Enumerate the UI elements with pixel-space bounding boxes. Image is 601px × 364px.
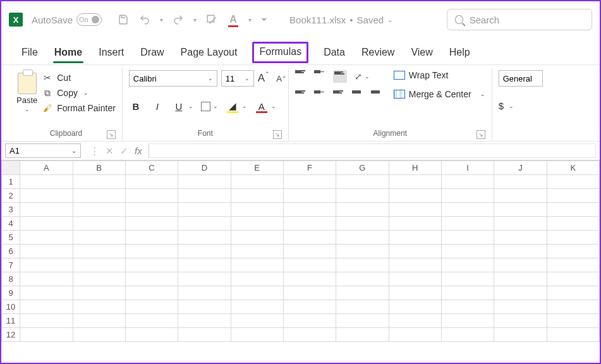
cell[interactable] bbox=[441, 314, 494, 328]
undo-icon[interactable] bbox=[138, 13, 151, 26]
redo-icon[interactable] bbox=[172, 13, 185, 26]
cell[interactable] bbox=[494, 286, 547, 300]
cell[interactable] bbox=[125, 175, 178, 189]
cut-button[interactable]: ✂Cut bbox=[42, 73, 116, 83]
cell[interactable] bbox=[547, 203, 599, 217]
cell[interactable] bbox=[336, 231, 389, 245]
decrease-indent-icon[interactable] bbox=[352, 90, 366, 103]
font-size-combo[interactable]: 11⌄ bbox=[221, 70, 254, 87]
align-right-icon[interactable] bbox=[333, 90, 347, 103]
cell[interactable] bbox=[283, 300, 336, 314]
cell[interactable] bbox=[283, 314, 336, 328]
cell[interactable] bbox=[20, 203, 73, 217]
cell[interactable] bbox=[389, 286, 441, 300]
cell[interactable] bbox=[231, 189, 283, 203]
row-header[interactable]: 2 bbox=[2, 189, 20, 203]
font-color-qat-dropdown-icon[interactable]: ▾ bbox=[248, 16, 252, 23]
tab-review[interactable]: Review bbox=[360, 43, 396, 63]
column-header[interactable]: I bbox=[441, 161, 494, 175]
autosave-toggle[interactable]: AutoSave On bbox=[32, 13, 102, 26]
cell[interactable] bbox=[73, 217, 125, 231]
column-header[interactable]: B bbox=[73, 161, 125, 175]
cell[interactable] bbox=[494, 328, 547, 342]
row-header[interactable]: 7 bbox=[2, 258, 20, 272]
cell[interactable] bbox=[73, 300, 125, 314]
cell[interactable] bbox=[20, 314, 73, 328]
chevron-down-icon[interactable]: ⌄ bbox=[509, 103, 514, 109]
cell[interactable] bbox=[178, 189, 231, 203]
cell[interactable] bbox=[20, 217, 73, 231]
column-header[interactable]: F bbox=[283, 161, 336, 175]
cell[interactable] bbox=[547, 328, 599, 342]
cell[interactable] bbox=[20, 258, 73, 272]
cell[interactable] bbox=[73, 231, 125, 245]
cell[interactable] bbox=[336, 245, 389, 258]
align-left-icon[interactable] bbox=[295, 90, 309, 103]
bold-button[interactable]: B bbox=[129, 101, 143, 112]
cell[interactable] bbox=[389, 175, 441, 189]
cell[interactable] bbox=[494, 203, 547, 217]
cell[interactable] bbox=[336, 189, 389, 203]
cell[interactable] bbox=[494, 272, 547, 286]
cell[interactable] bbox=[231, 328, 283, 342]
cell[interactable] bbox=[20, 175, 73, 189]
cell[interactable] bbox=[178, 245, 231, 258]
cell[interactable] bbox=[441, 231, 494, 245]
cell[interactable] bbox=[178, 314, 231, 328]
cell[interactable] bbox=[178, 175, 231, 189]
cell[interactable] bbox=[283, 175, 336, 189]
underline-dropdown-icon[interactable]: ⌄ bbox=[188, 103, 193, 109]
name-box-dropdown-icon[interactable]: ⌄ bbox=[71, 147, 76, 154]
cancel-formula-icon[interactable]: ✕ bbox=[106, 145, 114, 157]
increase-font-icon[interactable]: A⌃ bbox=[258, 72, 265, 85]
column-header[interactable]: K bbox=[547, 161, 599, 175]
cell[interactable] bbox=[494, 217, 547, 231]
cell[interactable] bbox=[441, 258, 494, 272]
cell[interactable] bbox=[547, 189, 599, 203]
cell[interactable] bbox=[283, 217, 336, 231]
cell[interactable] bbox=[20, 272, 73, 286]
cell[interactable] bbox=[178, 203, 231, 217]
tab-insert[interactable]: Insert bbox=[97, 43, 125, 63]
align-top-icon[interactable] bbox=[295, 70, 309, 83]
italic-button[interactable]: I bbox=[150, 101, 164, 112]
cell[interactable] bbox=[73, 314, 125, 328]
cell[interactable] bbox=[547, 286, 599, 300]
search-box[interactable] bbox=[447, 9, 592, 30]
cell[interactable] bbox=[125, 245, 178, 258]
cell[interactable] bbox=[20, 286, 73, 300]
cell[interactable] bbox=[73, 175, 125, 189]
cell[interactable] bbox=[283, 231, 336, 245]
cell[interactable] bbox=[389, 245, 441, 258]
cell[interactable] bbox=[283, 203, 336, 217]
cell[interactable] bbox=[231, 203, 283, 217]
cell[interactable] bbox=[20, 300, 73, 314]
row-header[interactable]: 6 bbox=[2, 245, 20, 258]
cell[interactable] bbox=[494, 231, 547, 245]
cell[interactable] bbox=[231, 286, 283, 300]
spreadsheet-grid[interactable]: ABCDEFGHIJK 123456789101112 bbox=[1, 161, 600, 342]
borders-dropdown-icon[interactable]: ⌄ bbox=[213, 103, 218, 109]
cell[interactable] bbox=[20, 231, 73, 245]
font-dialog-launcher-icon[interactable]: ↘ bbox=[273, 130, 282, 139]
select-all-corner[interactable] bbox=[2, 161, 20, 175]
cell[interactable] bbox=[283, 286, 336, 300]
cell[interactable] bbox=[389, 231, 441, 245]
cell[interactable] bbox=[441, 217, 494, 231]
align-bottom-icon[interactable] bbox=[333, 70, 347, 83]
cell[interactable] bbox=[441, 189, 494, 203]
cell[interactable] bbox=[125, 189, 178, 203]
row-header[interactable]: 3 bbox=[2, 203, 20, 217]
cell[interactable] bbox=[231, 231, 283, 245]
column-header[interactable]: C bbox=[125, 161, 178, 175]
align-center-icon[interactable] bbox=[314, 90, 328, 103]
font-color-qat-icon[interactable]: A bbox=[227, 13, 240, 26]
cell[interactable] bbox=[73, 328, 125, 342]
cell[interactable] bbox=[73, 286, 125, 300]
column-header[interactable]: J bbox=[494, 161, 547, 175]
cell[interactable] bbox=[178, 286, 231, 300]
paste-button[interactable]: Paste ⌄ bbox=[16, 70, 37, 112]
cell[interactable] bbox=[178, 300, 231, 314]
cell[interactable] bbox=[20, 189, 73, 203]
cell[interactable] bbox=[231, 314, 283, 328]
